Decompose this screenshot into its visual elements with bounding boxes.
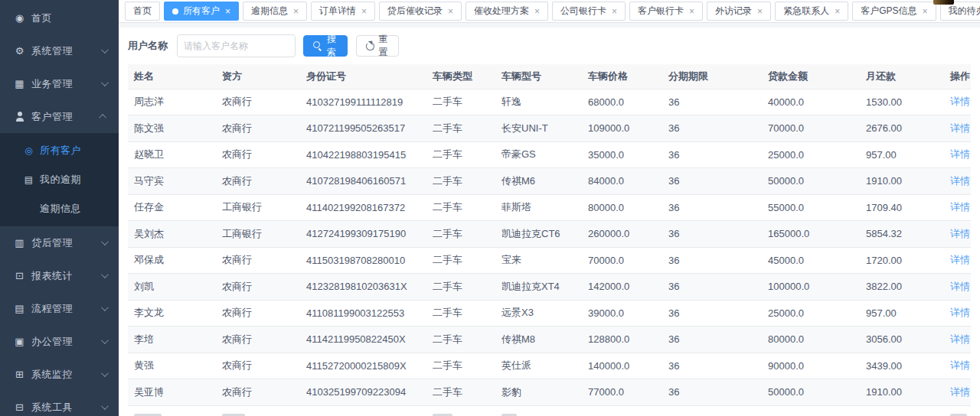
tab-label: 紧急联系人 <box>783 5 829 18</box>
cell-loan_amount: 100000.0 <box>762 274 860 301</box>
tab-item[interactable]: 外访记录 <box>707 2 771 21</box>
sidebar-item[interactable]: ⊡报表统计 <box>0 259 119 292</box>
tab-item[interactable]: 逾期信息 <box>243 2 307 21</box>
cell-installments: 36 <box>662 300 762 327</box>
chevron-down-icon <box>101 46 109 54</box>
cell-vehicle_type: 二手车 <box>426 194 495 221</box>
detail-link[interactable]: 详情 <box>950 228 970 239</box>
detail-link[interactable]: 详情 <box>950 333 970 345</box>
cell-vehicle_model: 长安UNI-T <box>495 115 582 142</box>
cell-funder: 农商行 <box>216 300 300 327</box>
cell-loan_amount: 25000.0 <box>762 300 860 327</box>
sidebar-subitem[interactable]: ▤我的逾期 <box>0 165 119 194</box>
cell-installments: 36 <box>662 168 762 195</box>
close-icon[interactable] <box>225 7 230 16</box>
cell-vehicle_type: 二手车 <box>426 89 495 115</box>
sidebar-item-label: 流程管理 <box>31 302 73 316</box>
cell-installments: 36 <box>662 379 762 406</box>
cell-name: 周志洋 <box>128 89 216 115</box>
close-icon[interactable] <box>835 7 840 16</box>
content-top-divider <box>119 23 980 28</box>
detail-link[interactable]: 详情 <box>950 122 970 134</box>
detail-link[interactable]: 详情 <box>950 201 970 213</box>
detail-link[interactable]: 详情 <box>950 175 970 187</box>
search-form: 用户名称 搜索 重置 <box>128 34 971 57</box>
cell-monthly_payment: 1910.00 <box>860 168 944 195</box>
sidebar-item[interactable]: 客户管理 <box>0 100 119 133</box>
sidebar-item[interactable]: ⊞系统监控 <box>0 358 119 391</box>
detail-link[interactable]: 详情 <box>950 254 970 265</box>
cell-id_number: 411503198708280010 <box>300 247 426 274</box>
cell-name: 李培 <box>128 327 216 353</box>
detail-link[interactable]: 详情 <box>950 96 970 107</box>
column-header: 贷款金额 <box>762 64 860 89</box>
cell-vehicle_model: 宝来 <box>495 247 582 274</box>
clipped-text <box>950 414 967 416</box>
file-icon: ▤ <box>14 303 25 314</box>
tab-item[interactable]: 催收处理方案 <box>466 2 548 21</box>
sidebar-item-label: 业务管理 <box>31 77 73 91</box>
chevron-up-icon <box>99 114 106 122</box>
sidebar-menu: ◉首页⚙系统管理▦业务管理客户管理◎所有客户▤我的逾期逾期信息▥贷后管理⊡报表统… <box>0 2 119 416</box>
tab-item[interactable]: 订单详情 <box>311 2 375 21</box>
sidebar-item[interactable]: ⚙系统管理 <box>0 34 119 67</box>
close-icon[interactable] <box>689 7 694 16</box>
close-icon[interactable] <box>612 7 617 16</box>
sidebar-subitem[interactable]: 逾期信息 <box>0 194 119 223</box>
sidebar-item-label: 贷后管理 <box>31 236 73 250</box>
close-icon[interactable] <box>361 7 367 16</box>
cell-name: 马守宾 <box>128 168 216 195</box>
cell-id_number: 410721199505263517 <box>300 115 426 142</box>
close-icon[interactable] <box>293 7 299 16</box>
close-icon[interactable] <box>922 7 927 16</box>
cell-funder: 农商行 <box>216 327 300 353</box>
cell-funder: 农商行 <box>216 115 300 142</box>
tab-active[interactable]: 所有客户 <box>164 2 239 21</box>
search-button[interactable]: 搜索 <box>303 35 348 57</box>
sidebar-item-label: 办公管理 <box>31 335 73 349</box>
cell-action: 详情 <box>944 274 971 301</box>
tab-item[interactable]: 公司银行卡 <box>552 2 626 21</box>
sidebar-item[interactable]: ▥贷后管理 <box>0 226 119 259</box>
cell-action: 详情 <box>944 89 971 115</box>
tab-label: 外访记录 <box>715 5 752 18</box>
cell-vehicle_model: 影豹 <box>495 379 582 406</box>
reset-button[interactable]: 重置 <box>356 35 399 57</box>
tab-item[interactable]: 客户GPS信息 <box>852 2 936 21</box>
tab-item[interactable]: 贷后催收记录 <box>379 2 462 21</box>
sidebar-item[interactable]: ▤流程管理 <box>0 292 119 325</box>
detail-link[interactable]: 详情 <box>950 386 970 398</box>
book-icon: ▥ <box>14 237 25 249</box>
home-icon: ◉ <box>14 12 25 24</box>
sidebar-item[interactable]: ▣办公管理 <box>0 325 119 358</box>
cell-loan_amount: 50000.0 <box>762 379 860 406</box>
tab-item[interactable]: 首页 <box>125 2 160 21</box>
cell-monthly_payment: 5854.32 <box>860 221 944 248</box>
cell-action: 详情 <box>944 327 971 353</box>
tab-item[interactable]: 紧急联系人 <box>775 2 848 21</box>
cell-vehicle_price: 68000.0 <box>582 89 662 115</box>
sidebar-item[interactable]: ◉首页 <box>0 2 119 34</box>
cell-action: 详情 <box>944 221 971 248</box>
detail-link[interactable]: 详情 <box>950 281 970 292</box>
close-icon[interactable] <box>534 7 540 16</box>
cell-installments: 36 <box>662 194 762 221</box>
sidebar-subitem[interactable]: ◎所有客户 <box>0 136 119 165</box>
detail-link[interactable]: 详情 <box>950 359 970 371</box>
table-row: 吴亚博农商行410325199709223094二手车影豹77000.03650… <box>128 379 971 406</box>
cell-id_number: 410728198406160571 <box>300 168 426 195</box>
table-row: 任存金工商银行411402199208167372二手车菲斯塔80000.036… <box>128 194 971 221</box>
close-icon[interactable] <box>757 7 763 16</box>
tab-item[interactable]: 客户银行卡 <box>629 2 703 21</box>
cell-funder: 工商银行 <box>216 221 300 248</box>
sidebar-item[interactable]: ⊟系统工具 <box>0 391 119 416</box>
cell-name: 陈文强 <box>128 115 216 142</box>
close-icon[interactable] <box>448 7 453 16</box>
cell-installments: 36 <box>662 247 762 274</box>
cell-vehicle_model: 凯迪拉克CT6 <box>495 221 582 248</box>
customer-name-input[interactable] <box>177 34 296 57</box>
detail-link[interactable]: 详情 <box>950 148 970 160</box>
sidebar-item[interactable]: ▦业务管理 <box>0 67 119 100</box>
detail-link[interactable]: 详情 <box>950 307 970 318</box>
table-header-row: 姓名资方身份证号车辆类型车辆型号车辆价格分期期限贷款金额月还款操作 <box>128 64 971 89</box>
